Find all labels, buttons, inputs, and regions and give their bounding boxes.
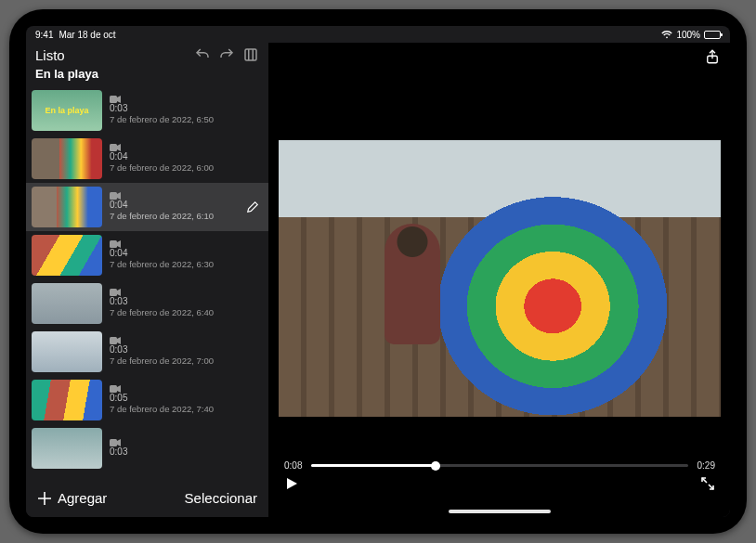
clip-list: En la playa0:037 de febrero de 2022, 6:5… bbox=[26, 86, 268, 481]
clip-thumbnail: En la playa bbox=[32, 90, 102, 131]
video-icon bbox=[110, 240, 121, 248]
play-icon[interactable] bbox=[284, 476, 299, 491]
clip-duration: 0:04 bbox=[110, 151, 214, 162]
clip-date: 7 de febrero de 2022, 7:40 bbox=[110, 404, 214, 414]
fullscreen-icon[interactable] bbox=[700, 476, 715, 491]
clip-date: 7 de febrero de 2022, 6:50 bbox=[110, 114, 214, 124]
clip-meta: 0:03 bbox=[110, 439, 127, 458]
share-icon[interactable] bbox=[704, 48, 721, 65]
clip-date: 7 de febrero de 2022, 6:40 bbox=[110, 307, 214, 317]
clip-thumbnail bbox=[32, 187, 102, 227]
plus-icon bbox=[37, 491, 52, 506]
svg-rect-7 bbox=[110, 385, 117, 393]
edit-icon[interactable] bbox=[246, 200, 259, 213]
svg-rect-6 bbox=[110, 337, 117, 344]
battery-percent: 100% bbox=[676, 30, 700, 40]
clip-duration: 0:03 bbox=[110, 103, 214, 114]
project-settings-icon[interactable] bbox=[242, 46, 259, 63]
scrubber-knob[interactable] bbox=[431, 461, 440, 471]
clip-thumbnail bbox=[32, 138, 102, 179]
total-time: 0:29 bbox=[697, 460, 715, 471]
clip-thumbnail bbox=[32, 283, 102, 324]
svg-rect-3 bbox=[110, 192, 117, 200]
clip-meta: 0:037 de febrero de 2022, 7:00 bbox=[110, 337, 214, 366]
video-icon bbox=[110, 439, 121, 446]
status-bar: 9:41 Mar 18 de oct 100% bbox=[26, 26, 730, 43]
video-icon bbox=[110, 385, 121, 393]
clip-row[interactable]: 0:047 de febrero de 2022, 6:00 bbox=[26, 135, 268, 183]
clip-meta: 0:047 de febrero de 2022, 6:00 bbox=[110, 144, 214, 173]
clip-thumbnail bbox=[32, 331, 102, 372]
preview-pane: 0:08 0:29 bbox=[269, 43, 730, 517]
undo-icon[interactable] bbox=[194, 46, 211, 63]
clip-date: 7 de febrero de 2022, 7:00 bbox=[110, 356, 214, 366]
clip-thumbnail bbox=[32, 380, 102, 420]
clip-row[interactable]: 0:037 de febrero de 2022, 6:40 bbox=[26, 279, 268, 328]
back-button[interactable]: Listo bbox=[35, 47, 65, 63]
svg-rect-1 bbox=[110, 96, 117, 103]
clip-row[interactable]: 0:047 de febrero de 2022, 6:10 bbox=[26, 183, 268, 231]
svg-rect-0 bbox=[245, 49, 256, 60]
video-icon bbox=[110, 96, 121, 103]
clip-duration: 0:05 bbox=[110, 393, 214, 404]
clip-row[interactable]: 0:057 de febrero de 2022, 7:40 bbox=[26, 376, 268, 424]
wifi-icon bbox=[661, 31, 672, 39]
video-icon bbox=[110, 337, 121, 344]
clip-sidebar: Listo En la playa En la playa0:037 de fe… bbox=[26, 43, 269, 517]
redo-icon[interactable] bbox=[218, 46, 235, 63]
clip-duration: 0:03 bbox=[110, 344, 214, 356]
current-time: 0:08 bbox=[284, 460, 302, 471]
scrubber-track[interactable] bbox=[311, 464, 687, 467]
clip-meta: 0:037 de febrero de 2022, 6:40 bbox=[110, 289, 214, 317]
video-preview[interactable] bbox=[279, 140, 721, 417]
timeline[interactable]: 0:08 0:29 bbox=[284, 460, 715, 471]
clip-meta: 0:037 de febrero de 2022, 6:50 bbox=[110, 96, 214, 124]
clip-row[interactable]: 0:037 de febrero de 2022, 7:00 bbox=[26, 328, 268, 376]
svg-rect-8 bbox=[110, 439, 117, 446]
home-indicator bbox=[449, 510, 551, 513]
video-icon bbox=[110, 144, 121, 151]
clip-meta: 0:047 de febrero de 2022, 6:10 bbox=[110, 192, 214, 221]
svg-rect-2 bbox=[110, 144, 117, 151]
clip-date: 7 de febrero de 2022, 6:10 bbox=[110, 211, 214, 221]
svg-rect-5 bbox=[110, 289, 117, 296]
clip-row[interactable]: 0:047 de febrero de 2022, 6:30 bbox=[26, 231, 268, 279]
video-icon bbox=[110, 192, 121, 200]
clip-date: 7 de febrero de 2022, 6:00 bbox=[110, 162, 214, 173]
svg-rect-4 bbox=[110, 240, 117, 248]
project-title: En la playa bbox=[26, 65, 268, 86]
clip-duration: 0:04 bbox=[110, 200, 214, 211]
clip-row[interactable]: 0:03 bbox=[26, 424, 268, 472]
clip-duration: 0:03 bbox=[110, 296, 214, 307]
battery-icon bbox=[704, 31, 721, 39]
clip-date: 7 de febrero de 2022, 6:30 bbox=[110, 259, 214, 269]
status-date: Mar 18 de oct bbox=[59, 30, 115, 40]
clip-row[interactable]: En la playa0:037 de febrero de 2022, 6:5… bbox=[26, 86, 268, 135]
status-time: 9:41 bbox=[35, 30, 53, 40]
clip-thumbnail bbox=[32, 428, 102, 469]
clip-meta: 0:047 de febrero de 2022, 6:30 bbox=[110, 240, 214, 269]
select-button[interactable]: Seleccionar bbox=[185, 490, 257, 506]
clip-meta: 0:057 de febrero de 2022, 7:40 bbox=[110, 385, 214, 414]
clip-duration: 0:04 bbox=[110, 248, 214, 259]
video-icon bbox=[110, 289, 121, 296]
add-button[interactable]: Agregar bbox=[58, 490, 107, 506]
clip-duration: 0:03 bbox=[110, 446, 127, 458]
clip-thumbnail bbox=[32, 235, 102, 276]
